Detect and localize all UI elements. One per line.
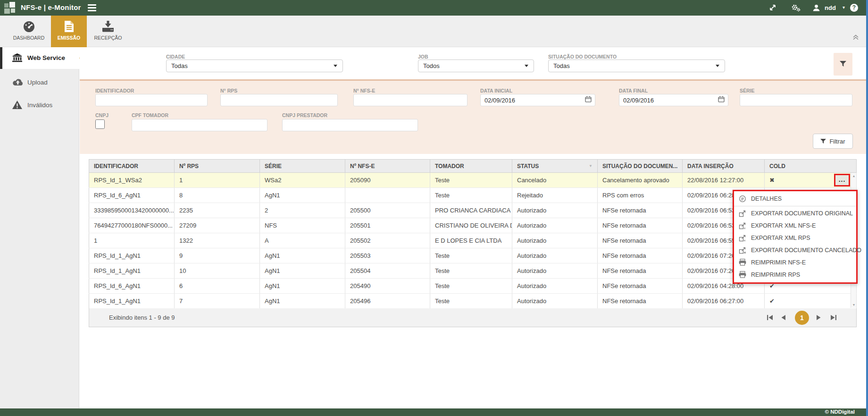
menu-item-exportar-documento-original[interactable]: EXPORTAR DOCUMENTO ORIGINAL xyxy=(734,207,856,220)
col-situacao[interactable]: SITUAÇÃO DO DOCUMEN... xyxy=(598,160,683,173)
items-summary: Exibindo itens 1 - 9 de 9 xyxy=(109,314,175,321)
sort-caret-icon[interactable]: ▼ xyxy=(589,164,593,168)
cnpj-prestador-input[interactable] xyxy=(282,119,418,131)
job-label: JOB xyxy=(418,54,428,59)
printer-icon xyxy=(739,259,746,266)
app-window: NFS-e | e-Monitor ndd ▾ ? xyxy=(0,0,868,416)
sidebar-item-label: Upload xyxy=(27,79,48,86)
cpf-tomador-input[interactable] xyxy=(132,119,267,131)
export-icon xyxy=(739,234,746,242)
bank-icon xyxy=(12,53,23,63)
fullscreen-icon[interactable] xyxy=(769,4,777,12)
menu-item-exportar-xml-nfse[interactable]: EXPORTAR XML NFS-E xyxy=(734,220,856,232)
collapse-panel-icon[interactable] xyxy=(852,34,860,41)
col-status[interactable]: STATUS▼ xyxy=(512,160,598,173)
menu-item-detalhes[interactable]: DETALHES xyxy=(734,193,856,205)
data-final-input[interactable] xyxy=(619,94,728,106)
sidebar: Web Service Upload Inválidos xyxy=(0,47,79,408)
identificador-input[interactable] xyxy=(95,94,208,106)
table-row[interactable]: RPS_Id_1_AgN17AgN1 205496TesteAutorizado… xyxy=(89,294,857,309)
app-title: NFS-e | e-Monitor xyxy=(21,3,81,11)
chevron-down-icon xyxy=(525,65,528,67)
sidebar-item-web-service[interactable]: Web Service xyxy=(0,47,79,69)
cpf-tomador-label: CPF TOMADOR xyxy=(132,112,168,118)
n-rps-label: N° RPS xyxy=(220,88,237,93)
tab-emissao-label: EMISSÃO xyxy=(51,35,87,41)
pagination: 1 xyxy=(767,311,837,325)
col-cold[interactable]: COLD xyxy=(765,160,857,173)
calendar-icon[interactable] xyxy=(718,96,725,102)
cidade-value: Todas xyxy=(171,62,188,69)
n-nfse-input[interactable] xyxy=(353,94,467,106)
situacao-select[interactable]: Todas xyxy=(548,59,725,72)
help-icon[interactable]: ? xyxy=(850,4,858,12)
data-inicial-label: DATA INICIAL xyxy=(480,88,512,93)
data-inicial-input[interactable] xyxy=(480,94,595,106)
tab-emissao[interactable]: EMISSÃO xyxy=(51,16,87,47)
cold-status-icon: ✔ xyxy=(765,294,857,309)
next-page-button[interactable] xyxy=(816,314,823,321)
scroll-down-icon[interactable]: ▼ xyxy=(851,303,857,306)
serie-input[interactable] xyxy=(740,94,852,106)
cidade-label: CIDADE xyxy=(166,54,185,59)
settings-gears-icon[interactable] xyxy=(791,4,801,12)
sidebar-item-upload[interactable]: Upload xyxy=(0,72,79,93)
current-page-button[interactable]: 1 xyxy=(795,311,809,325)
copyright-text: © NDDigital xyxy=(825,409,855,415)
chevron-down-icon[interactable]: ▾ xyxy=(843,5,845,10)
table-header-row: IDENTIFICADOR Nº RPS SÉRIE Nº NFS-E TOMA… xyxy=(89,160,857,173)
col-identificador[interactable]: IDENTIFICADOR xyxy=(89,160,175,173)
cnpj-label: CNPJ xyxy=(95,112,108,118)
table-row[interactable]: RPS_Id_1_WSa21WSa2 205090TesteCancelado … xyxy=(89,173,857,188)
col-data-insercao[interactable]: DATA INSERÇÃO xyxy=(683,160,765,173)
sidebar-item-invalidos[interactable]: Inválidos xyxy=(0,94,79,116)
filtrar-button[interactable]: Filtrar xyxy=(813,134,853,149)
main-content: CIDADE Todas JOB Todos SITUAÇÃO DO DOCUM… xyxy=(80,47,866,408)
calendar-icon[interactable] xyxy=(585,96,592,102)
top-header: NFS-e | e-Monitor ndd ▾ ? xyxy=(0,0,868,16)
filter-toggle-button[interactable] xyxy=(834,53,852,76)
menu-item-exportar-documento-cancelado[interactable]: EXPORTAR DOCUMENTO CANCELADO xyxy=(734,244,856,256)
col-nfse[interactable]: Nº NFS-E xyxy=(345,160,430,173)
chevron-down-icon xyxy=(334,65,337,67)
job-select[interactable]: Todos xyxy=(418,59,534,72)
first-page-button[interactable] xyxy=(767,314,774,321)
tab-recepcao-label: RECEPÇÃO xyxy=(89,35,127,41)
serie-label: SÉRIE xyxy=(740,88,755,93)
cloud-upload-icon xyxy=(12,78,23,87)
funnel-icon xyxy=(820,139,826,144)
row-actions-button[interactable]: ... xyxy=(834,174,850,187)
n-nfse-label: N° NFS-E xyxy=(353,88,375,93)
module-tabbar: DASHBOARD EMISSÃO RECEPÇÃO xyxy=(0,16,868,47)
user-icon[interactable] xyxy=(812,4,821,12)
printer-icon xyxy=(739,271,746,279)
cidade-select[interactable]: Todas xyxy=(166,59,343,72)
menu-separator xyxy=(734,206,856,206)
previous-page-button[interactable] xyxy=(781,314,788,321)
col-rps[interactable]: Nº RPS xyxy=(175,160,260,173)
col-tomador[interactable]: TOMADOR xyxy=(430,160,512,173)
export-icon xyxy=(739,210,746,217)
download-icon xyxy=(89,20,127,34)
bottom-footer: © NDDigital xyxy=(0,408,868,416)
username-menu[interactable]: ndd xyxy=(825,4,836,11)
menu-item-reimprimir-rps[interactable]: REIMPRIMIR RPS xyxy=(734,269,856,281)
table-footer: Exibindo itens 1 - 9 de 9 1 xyxy=(89,308,857,327)
sidebar-item-label: Web Service xyxy=(27,54,65,61)
scroll-up-icon[interactable]: ▲ xyxy=(851,174,857,178)
menu-item-reimprimir-nfse[interactable]: REIMPRIMIR NFS-E xyxy=(734,256,856,269)
document-icon xyxy=(51,20,87,34)
hamburger-menu-icon[interactable] xyxy=(88,4,97,11)
gauge-icon xyxy=(9,20,48,34)
col-serie[interactable]: SÉRIE xyxy=(260,160,345,173)
export-cancel-icon xyxy=(739,246,746,254)
menu-item-exportar-xml-rps[interactable]: EXPORTAR XML RPS xyxy=(734,232,856,244)
cnpj-prestador-label: CNPJ PRESTADOR xyxy=(282,112,327,118)
tab-dashboard[interactable]: DASHBOARD xyxy=(9,16,48,47)
export-icon xyxy=(739,222,746,229)
last-page-button[interactable] xyxy=(830,314,837,321)
cnpj-checkbox[interactable] xyxy=(95,119,105,129)
n-rps-input[interactable] xyxy=(220,94,338,106)
tab-recepcao[interactable]: RECEPÇÃO xyxy=(89,16,127,47)
data-final-label: DATA FINAL xyxy=(619,88,648,93)
